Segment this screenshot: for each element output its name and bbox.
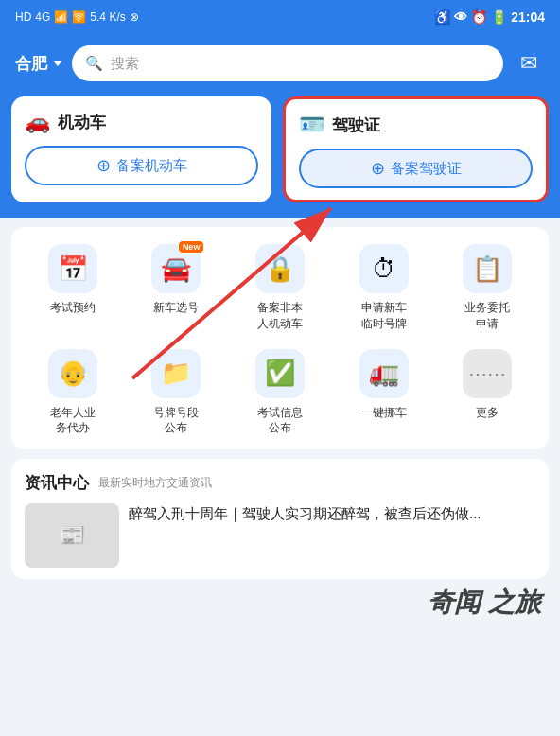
grid-item-temp-plate[interactable]: ⏱ 申请新车临时号牌 xyxy=(332,244,436,332)
more-icon: ⋯⋯ xyxy=(468,362,506,385)
grid-item-exam-book[interactable]: 📅 考试预约 xyxy=(21,244,125,332)
license-card-header: 🪪 驾驶证 xyxy=(299,113,533,137)
non-owner-icon-wrap: 🔒 xyxy=(255,244,305,293)
non-owner-label: 备案非本人机动车 xyxy=(257,300,303,332)
more-label: 更多 xyxy=(476,405,499,421)
news-title: 资讯中心 xyxy=(25,472,89,494)
exam-book-icon: 📅 xyxy=(58,254,88,284)
signal-icon: 📶 xyxy=(54,10,68,24)
speed-text: 5.4 K/s xyxy=(90,10,125,24)
motor-icon: 🚗 xyxy=(25,110,50,134)
grid-item-exam-info[interactable]: ✅ 考试信息公布 xyxy=(228,349,332,437)
elderly-icon: 👴 xyxy=(58,359,88,388)
motor-register-label: 备案机动车 xyxy=(116,157,187,175)
license-register-label: 备案驾驶证 xyxy=(391,160,462,178)
plus-icon-2: ⊕ xyxy=(371,158,385,179)
status-right: ♿ 👁 ⏰ 🔋 21:04 xyxy=(434,9,545,25)
license-card-title: 驾驶证 xyxy=(332,114,380,136)
wifi-icon: 🛜 xyxy=(72,10,86,24)
news-thumbnail: 📰 xyxy=(25,503,119,568)
location-text: 合肥 xyxy=(15,53,47,75)
new-car-icon-wrap: 🚘 New xyxy=(151,244,201,293)
grid-item-more[interactable]: ⋯⋯ 更多 xyxy=(435,349,539,437)
network-icon: 4G xyxy=(35,10,50,24)
grid-item-non-owner[interactable]: 🔒 备案非本人机动车 xyxy=(228,244,332,332)
license-card: 🪪 驾驶证 ⊕ 备案驾驶证 xyxy=(283,96,549,202)
status-left: HD 4G 📶 🛜 5.4 K/s ⊗ xyxy=(15,10,139,24)
watermark: 奇闻 之旅 xyxy=(428,585,541,621)
elderly-icon-wrap: 👴 xyxy=(48,349,97,398)
news-section: 资讯中心 最新实时地方交通资讯 📰 醉驾入刑十周年｜驾驶人实习期还醉驾，被查后还… xyxy=(11,459,549,579)
news-subtitle: 最新实时地方交通资讯 xyxy=(98,475,212,491)
news-item[interactable]: 📰 醉驾入刑十周年｜驾驶人实习期还醉驾，被查后还伪做... xyxy=(25,503,535,568)
new-badge: New xyxy=(178,240,205,254)
status-bar: HD 4G 📶 🛜 5.4 K/s ⊗ ♿ 👁 ⏰ 🔋 21:04 xyxy=(0,0,560,34)
temp-plate-icon-wrap: ⏱ xyxy=(359,244,409,293)
delegate-icon: 📋 xyxy=(472,254,502,284)
temp-plate-icon: ⏱ xyxy=(372,254,396,284)
exam-info-label: 考试信息公布 xyxy=(257,405,303,437)
search-bar[interactable]: 🔍 搜索 xyxy=(72,45,503,81)
grid-item-elderly[interactable]: 👴 老年人业务代办 xyxy=(21,349,125,437)
search-placeholder: 搜索 xyxy=(111,55,139,73)
cards-section: 🚗 机动车 ⊕ 备案机动车 🪪 驾驶证 ⊕ 备案驾驶证 xyxy=(0,96,560,218)
license-register-button[interactable]: ⊕ 备案驾驶证 xyxy=(299,149,533,188)
grid-item-tow-car[interactable]: 🚛 一键挪车 xyxy=(332,349,436,437)
non-owner-icon: 🔒 xyxy=(265,254,295,284)
temp-plate-label: 申请新车临时号牌 xyxy=(361,300,407,332)
header: 合肥 🔍 搜索 ✉ xyxy=(0,34,560,96)
grid-item-delegate[interactable]: 📋 业务委托申请 xyxy=(435,244,539,332)
grid-item-plate-pub[interactable]: 📁 号牌号段公布 xyxy=(125,349,229,437)
delegate-label: 业务委托申请 xyxy=(464,300,510,332)
tow-car-icon: 🚛 xyxy=(369,359,399,388)
plate-pub-icon-wrap: 📁 xyxy=(151,349,201,398)
motor-card-header: 🚗 机动车 xyxy=(25,110,258,134)
hd-icon: HD xyxy=(15,10,31,24)
license-icon: 🪪 xyxy=(299,113,324,137)
exam-book-label: 考试预约 xyxy=(50,300,96,316)
plate-pub-icon: 📁 xyxy=(161,359,191,388)
tow-car-icon-wrap: 🚛 xyxy=(359,349,409,398)
news-text: 醉驾入刑十周年｜驾驶人实习期还醉驾，被查后还伪做... xyxy=(129,503,535,525)
mail-button[interactable]: ✉ xyxy=(513,47,545,79)
nfc-icon: ⊗ xyxy=(130,10,139,24)
exam-book-icon-wrap: 📅 xyxy=(48,244,97,293)
elderly-label: 老年人业务代办 xyxy=(50,405,96,437)
more-icon-wrap: ⋯⋯ xyxy=(463,349,512,398)
time-display: 21:04 xyxy=(511,9,545,25)
motor-card: 🚗 机动车 ⊕ 备案机动车 xyxy=(11,96,271,202)
battery-icon: 🔋 xyxy=(491,9,507,25)
news-thumb-icon: 📰 xyxy=(60,523,85,548)
accessibility-icon: ♿ xyxy=(434,9,450,25)
chevron-down-icon xyxy=(53,61,62,66)
news-header: 资讯中心 最新实时地方交通资讯 xyxy=(25,472,535,494)
mail-icon: ✉ xyxy=(520,51,537,76)
tow-car-label: 一键挪车 xyxy=(361,405,407,421)
grid-section: 📅 考试预约 🚘 New 新车选号 🔒 备案非本人机动车 ⏱ 申请新车临时号牌 xyxy=(11,227,549,449)
plus-icon: ⊕ xyxy=(96,155,111,176)
grid-item-new-car[interactable]: 🚘 New 新车选号 xyxy=(125,244,229,332)
new-car-label: 新车选号 xyxy=(153,300,199,316)
delegate-icon-wrap: 📋 xyxy=(463,244,512,293)
exam-info-icon-wrap: ✅ xyxy=(255,349,305,398)
new-car-icon: 🚘 xyxy=(161,254,191,284)
motor-register-button[interactable]: ⊕ 备案机动车 xyxy=(25,146,258,185)
location-button[interactable]: 合肥 xyxy=(15,53,62,75)
eye-icon: 👁 xyxy=(454,9,467,25)
plate-pub-label: 号牌号段公布 xyxy=(153,405,199,437)
alarm-icon: ⏰ xyxy=(471,9,487,25)
motor-card-title: 机动车 xyxy=(58,112,106,133)
exam-info-icon: ✅ xyxy=(265,359,295,388)
feature-grid: 📅 考试预约 🚘 New 新车选号 🔒 备案非本人机动车 ⏱ 申请新车临时号牌 xyxy=(21,244,539,436)
search-icon: 🔍 xyxy=(85,55,103,72)
